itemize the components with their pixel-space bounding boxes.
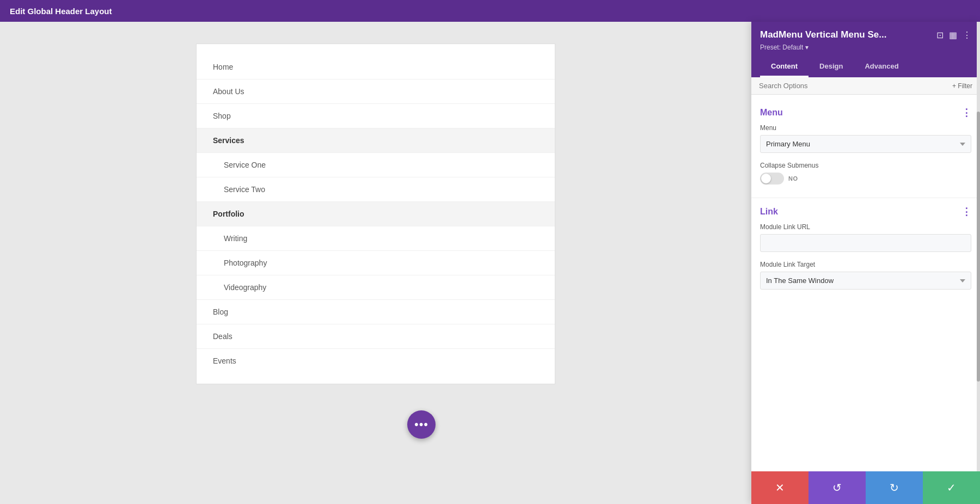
toggle-knob: [761, 174, 771, 183]
collapse-submenus-group: Collapse Submenus NO: [751, 162, 980, 193]
preview-panel: HomeAbout UsShopServicesService OneServi…: [0, 22, 751, 504]
menu-item: Photography: [197, 251, 555, 275]
menu-section-header: Menu ⋮: [751, 103, 980, 124]
cancel-button[interactable]: ✕: [751, 471, 808, 504]
action-bar: ✕ ↺ ↻ ✓: [751, 471, 980, 504]
scroll-track: [977, 22, 980, 471]
fab-button[interactable]: •••: [407, 410, 436, 439]
settings-content: Menu ⋮ Menu Primary MenuSecondary MenuFo…: [751, 95, 980, 471]
preset-label[interactable]: Preset: Default: [760, 44, 971, 51]
redo-button[interactable]: ↻: [866, 471, 923, 504]
save-button[interactable]: ✓: [923, 471, 980, 504]
link-section-title: Link: [760, 207, 778, 217]
search-bar-row: + Filter: [751, 77, 980, 95]
settings-panel-title: MadMenu Vertical Menu Se...: [760, 29, 886, 40]
module-link-url-group: Module Link URL: [751, 223, 980, 261]
menu-item: Home: [197, 55, 555, 79]
toggle-state-label: NO: [788, 175, 798, 182]
menu-section-title: Menu: [760, 108, 783, 118]
settings-tab-content[interactable]: Content: [760, 57, 808, 77]
settings-panel: MadMenu Vertical Menu Se... ⊡ ▦ ⋮ Preset…: [751, 22, 980, 504]
menu-section-more[interactable]: ⋮: [961, 107, 971, 119]
collapse-toggle[interactable]: [760, 173, 784, 185]
settings-tab-design[interactable]: Design: [808, 57, 854, 77]
module-link-target-group: Module Link Target In The Same WindowIn …: [751, 261, 980, 298]
menu-select-label: Menu: [760, 124, 971, 132]
menu-item: Service One: [197, 153, 555, 177]
module-link-target-select[interactable]: In The Same WindowIn The New Tab: [760, 272, 971, 290]
menu-item: Portfolio: [197, 202, 555, 226]
menu-item: Events: [197, 349, 555, 373]
menu-item: Writing: [197, 226, 555, 251]
menu-select[interactable]: Primary MenuSecondary MenuFooter Menu: [760, 135, 971, 153]
menu-item: Services: [197, 128, 555, 153]
menu-item: Shop: [197, 104, 555, 128]
menu-item: Service Two: [197, 177, 555, 202]
settings-title-row: MadMenu Vertical Menu Se... ⊡ ▦ ⋮: [760, 29, 971, 40]
settings-title-icons: ⊡ ▦ ⋮: [936, 30, 971, 40]
settings-header: MadMenu Vertical Menu Se... ⊡ ▦ ⋮ Preset…: [751, 22, 980, 77]
menu-item: About Us: [197, 79, 555, 104]
link-section-more[interactable]: ⋮: [961, 206, 971, 218]
menu-field-group: Menu Primary MenuSecondary MenuFooter Me…: [751, 124, 980, 162]
collapse-toggle-row: NO: [760, 173, 971, 185]
undo-button[interactable]: ↺: [808, 471, 866, 504]
menu-preview: HomeAbout UsShopServicesService OneServi…: [196, 44, 555, 384]
collapse-submenus-label: Collapse Submenus: [760, 162, 971, 169]
scroll-thumb: [977, 112, 980, 382]
search-input[interactable]: [759, 82, 948, 90]
top-bar-title: Edit Global Header Layout: [10, 7, 112, 16]
module-link-url-label: Module Link URL: [760, 223, 971, 231]
settings-tabs: ContentDesignAdvanced: [760, 57, 971, 77]
module-link-target-label: Module Link Target: [760, 261, 971, 268]
layout-icon[interactable]: ▦: [949, 30, 957, 40]
responsive-icon[interactable]: ⊡: [936, 30, 944, 40]
settings-tab-advanced[interactable]: Advanced: [854, 57, 909, 77]
filter-button[interactable]: + Filter: [952, 82, 972, 90]
menu-item: Deals: [197, 324, 555, 349]
menu-item: Videography: [197, 275, 555, 300]
top-bar: Edit Global Header Layout: [0, 0, 980, 22]
main-area: HomeAbout UsShopServicesService OneServi…: [0, 22, 980, 504]
more-icon[interactable]: ⋮: [963, 30, 971, 40]
link-section-header: Link ⋮: [751, 202, 980, 223]
menu-item: Blog: [197, 300, 555, 324]
module-link-url-input[interactable]: [760, 234, 971, 252]
section-divider-1: [751, 198, 980, 198]
